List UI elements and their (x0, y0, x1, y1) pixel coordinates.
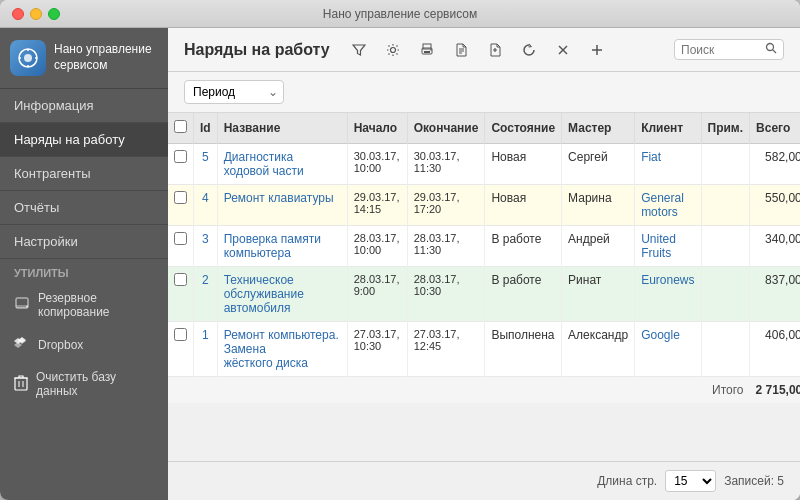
sidebar-item-clean[interactable]: Очистить базу данных (0, 362, 168, 406)
trash-icon (14, 375, 28, 394)
app-name: Нано управление сервисом (54, 42, 152, 73)
row-id[interactable]: 2 (194, 267, 218, 322)
search-submit-button[interactable] (765, 42, 777, 57)
table-row: 3 Проверка памяти компьютера 28.03.17,10… (168, 226, 800, 267)
row-checkbox[interactable] (174, 150, 187, 163)
pagination-footer: Длина стр. 15 25 50 100 Записей: 5 (168, 461, 800, 500)
row-total: 340,00 ₽ (750, 226, 800, 267)
window-title: Нано управление сервисом (323, 7, 477, 21)
sidebar-item-contractors[interactable]: Контрагенты (0, 157, 168, 191)
print-button[interactable] (414, 37, 440, 63)
sidebar-item-orders[interactable]: Наряды на работу (0, 123, 168, 157)
close-button[interactable] (12, 8, 24, 20)
row-master: Александр (562, 322, 635, 377)
app-icon (10, 40, 46, 76)
dropbox-label: Dropbox (38, 338, 83, 352)
row-client[interactable]: Generalmotors (635, 185, 701, 226)
col-client: Клиент (635, 113, 701, 144)
row-client[interactable]: Euronews (635, 267, 701, 322)
row-start: 28.03.17,10:00 (347, 226, 407, 267)
sidebar-item-backup[interactable]: Резервное копирование (0, 283, 168, 327)
row-master: Ринат (562, 267, 635, 322)
row-id[interactable]: 5 (194, 144, 218, 185)
backup-label: Резервное копирование (38, 291, 154, 319)
close-button[interactable] (550, 37, 576, 63)
row-master: Марина (562, 185, 635, 226)
sidebar-item-settings[interactable]: Настройки (0, 225, 168, 259)
main-content: Наряды на работу (168, 28, 800, 500)
row-total: 406,00 ₽ (750, 322, 800, 377)
search-input[interactable] (681, 43, 761, 57)
row-name[interactable]: Ремонт компьютера. Заменажёсткого диска (217, 322, 347, 377)
sidebar-logo: Нано управление сервисом (0, 28, 168, 89)
row-start: 27.03.17,10:30 (347, 322, 407, 377)
orders-table: Id Название Начало Окончание Состояние М… (168, 113, 800, 403)
sidebar-item-dropbox[interactable]: Dropbox (0, 327, 168, 362)
titlebar: Нано управление сервисом (0, 0, 800, 28)
sidebar-nav: Информация Наряды на работу Контрагенты … (0, 89, 168, 500)
add-button[interactable] (584, 37, 610, 63)
export-button[interactable] (482, 37, 508, 63)
settings-button[interactable] (380, 37, 406, 63)
sidebar: Нано управление сервисом Информация Наря… (0, 28, 168, 500)
row-checkbox[interactable] (174, 328, 187, 341)
col-total: Всего (750, 113, 800, 144)
svg-point-4 (26, 305, 28, 307)
table-footer-row: Итого 2 715,00 ₽ (168, 377, 800, 404)
row-checkbox[interactable] (174, 273, 187, 286)
row-status: Новая (485, 144, 562, 185)
maximize-button[interactable] (48, 8, 60, 20)
row-checkbox[interactable] (174, 232, 187, 245)
filter-button[interactable] (346, 37, 372, 63)
refresh-button[interactable] (516, 37, 542, 63)
row-master: Сергей (562, 144, 635, 185)
row-total: 837,00 ₽ (750, 267, 800, 322)
traffic-lights (12, 8, 60, 20)
minimize-button[interactable] (30, 8, 42, 20)
row-status: В работе (485, 267, 562, 322)
row-start: 30.03.17,10:00 (347, 144, 407, 185)
table-container: Id Название Начало Окончание Состояние М… (168, 113, 800, 461)
row-id[interactable]: 4 (194, 185, 218, 226)
row-name[interactable]: Ремонт клавиатуры (217, 185, 347, 226)
svg-point-21 (767, 44, 774, 51)
utilities-header: Утилиты (0, 259, 168, 283)
row-total: 582,00 ₽ (750, 144, 800, 185)
filter-bar: Период Сегодня Неделя Месяц Год (168, 72, 800, 113)
row-client[interactable]: UnitedFruits (635, 226, 701, 267)
svg-line-22 (773, 50, 777, 54)
sidebar-item-reports[interactable]: Отчёты (0, 191, 168, 225)
row-name[interactable]: Техническое обслуживаниеавтомобиля (217, 267, 347, 322)
row-note (701, 144, 750, 185)
row-end: 29.03.17,17:20 (407, 185, 485, 226)
page-size-select[interactable]: 15 25 50 100 (665, 470, 716, 492)
toolbar: Наряды на работу (168, 28, 800, 72)
row-client[interactable]: Google (635, 322, 701, 377)
row-name[interactable]: Диагностика ходовой части (217, 144, 347, 185)
col-id: Id (194, 113, 218, 144)
dropbox-icon (14, 335, 30, 354)
row-end: 28.03.17,10:30 (407, 267, 485, 322)
table-row: 2 Техническое обслуживаниеавтомобиля 28.… (168, 267, 800, 322)
footer-total: 2 715,00 ₽ (750, 377, 800, 404)
row-client[interactable]: Fiat (635, 144, 701, 185)
sidebar-item-info[interactable]: Информация (0, 89, 168, 123)
period-select[interactable]: Период Сегодня Неделя Месяц Год (184, 80, 284, 104)
row-checkbox-cell (168, 144, 194, 185)
row-checkbox[interactable] (174, 191, 187, 204)
col-start: Начало (347, 113, 407, 144)
row-status: Новая (485, 185, 562, 226)
row-id[interactable]: 3 (194, 226, 218, 267)
doc-button[interactable] (448, 37, 474, 63)
col-name: Название (217, 113, 347, 144)
row-id[interactable]: 1 (194, 322, 218, 377)
select-all-checkbox[interactable] (174, 120, 187, 133)
svg-point-9 (390, 47, 395, 52)
table-header-row: Id Название Начало Окончание Состояние М… (168, 113, 800, 144)
row-name[interactable]: Проверка памяти компьютера (217, 226, 347, 267)
row-start: 29.03.17,14:15 (347, 185, 407, 226)
row-note (701, 185, 750, 226)
row-note (701, 267, 750, 322)
page-title: Наряды на работу (184, 41, 330, 59)
svg-rect-12 (424, 51, 430, 53)
